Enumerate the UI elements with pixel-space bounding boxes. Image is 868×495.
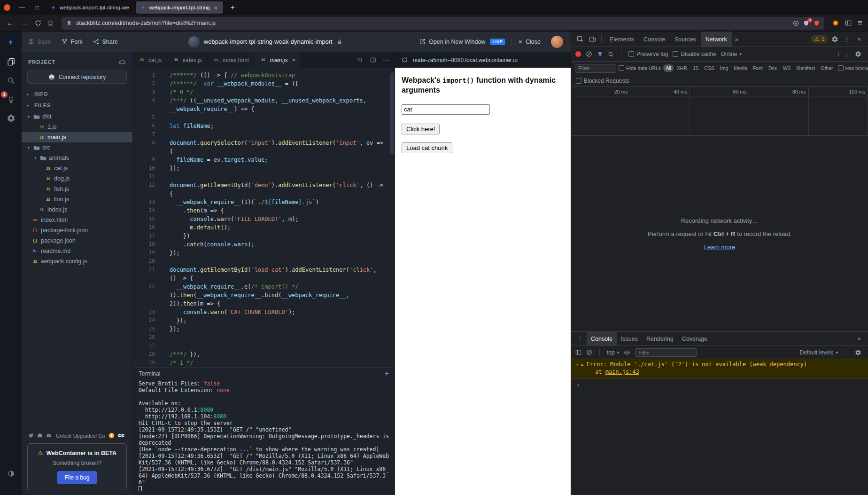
devtools-tab-sources[interactable]: Sources <box>670 31 701 47</box>
new-terminal-button[interactable]: + <box>385 369 389 378</box>
filter-pill-doc[interactable]: Doc <box>766 64 780 72</box>
back-button[interactable]: ← <box>6 19 14 27</box>
tree-file-lion.js[interactable]: JSlion.js <box>22 194 132 204</box>
clear-console-icon[interactable] <box>586 349 592 355</box>
tree-file-1.js[interactable]: JS1.js <box>22 122 132 132</box>
tree-file-cat.js[interactable]: JScat.js <box>22 163 132 173</box>
drawer-close-icon[interactable]: × <box>853 333 865 345</box>
click-here-button[interactable]: Click here! <box>402 124 440 134</box>
search-panel-icon[interactable] <box>0 71 22 90</box>
user-avatar[interactable] <box>551 36 563 48</box>
menu-button[interactable]: ≡ <box>858 18 862 28</box>
load-cat-chunk-button[interactable]: Load cat chunk <box>402 142 452 153</box>
console-tab-coverage[interactable]: Coverage <box>678 332 712 346</box>
disable-cache-checkbox[interactable]: Disable cache <box>673 51 716 57</box>
browser-tab[interactable]: webpack-import-tpl-string-we <box>46 1 134 14</box>
github-social-icon[interactable] <box>37 433 43 439</box>
log-levels-dropdown[interactable]: Default levels▾ <box>799 349 838 356</box>
clear-network-log-icon[interactable] <box>586 51 592 57</box>
devtools-tab-console[interactable]: Console <box>639 31 670 47</box>
upgrades-text[interactable]: Unlock Upgrades! Go <box>56 433 105 439</box>
forward-button[interactable]: → <box>20 19 29 27</box>
devtools-tab-network[interactable]: Network <box>701 31 732 47</box>
console-error-entry[interactable]: ⚠ ▶ Error: Module './cat.js' ('2') is no… <box>571 359 868 378</box>
network-filter-input[interactable] <box>575 64 616 73</box>
sidebar-toggle-icon[interactable] <box>845 20 852 26</box>
discord-icon[interactable] <box>46 433 52 439</box>
filter-pill-other[interactable]: Other <box>818 64 835 72</box>
info-section-toggle[interactable]: ▸INFO <box>22 88 132 100</box>
filter-pill-css[interactable]: CSS <box>702 64 717 72</box>
editor-scrollbar[interactable] <box>390 72 394 155</box>
learn-more-link[interactable]: Learn more <box>704 244 735 251</box>
extension-icon[interactable] <box>832 20 839 26</box>
editor-tab-main.js[interactable]: JSmain.js× <box>254 52 301 68</box>
bookmark-button[interactable] <box>47 20 54 26</box>
page-info-icon[interactable] <box>66 20 72 26</box>
preserve-log-checkbox[interactable]: Preserve log <box>628 51 668 57</box>
devtools-menu-icon[interactable]: ⋮ <box>841 33 852 45</box>
reload-button[interactable] <box>35 20 41 26</box>
more-tabs-icon[interactable]: » <box>733 36 741 43</box>
editor-tab-index.js[interactable]: JSindex.js <box>167 52 208 68</box>
filter-pill-all[interactable]: All <box>663 64 674 72</box>
stackblitz-logo-icon[interactable] <box>7 31 15 52</box>
inspect-element-icon[interactable] <box>574 33 586 45</box>
terminal-body[interactable]: Serve Brotli Files: falseDefault File Ex… <box>133 380 395 495</box>
console-sidebar-icon[interactable] <box>575 349 581 355</box>
tree-folder-dist[interactable]: ▾dist <box>22 111 132 122</box>
format-icon[interactable] <box>357 57 364 63</box>
editor-tab-index.html[interactable]: <>index.html <box>208 52 255 68</box>
tree-file-package-lock.json[interactable]: {}package-lock.json <box>22 225 132 236</box>
preview-url[interactable]: node-za5moh--8080.local.webcontainer.io <box>413 57 518 63</box>
filter-funnel-icon[interactable] <box>597 51 603 57</box>
console-tab-issues[interactable]: Issues <box>617 332 642 346</box>
preview-refresh-icon[interactable] <box>402 57 408 63</box>
window-maximize-icon[interactable]: □ <box>31 4 43 11</box>
files-section-toggle[interactable]: ▾FILES <box>22 100 132 111</box>
file-a-bug-button[interactable]: File a bug <box>57 471 97 484</box>
cloud-download-icon[interactable] <box>119 58 126 65</box>
filter-pill-ws[interactable]: WS <box>781 64 793 72</box>
fork-button[interactable]: Fork <box>62 39 83 45</box>
devtools-tab-elements[interactable]: Elements <box>605 31 639 47</box>
tree-file-fish.js[interactable]: JSfish.js <box>22 184 132 194</box>
device-toolbar-icon[interactable] <box>587 33 598 45</box>
filename-input[interactable] <box>402 104 490 115</box>
console-settings-icon[interactable] <box>852 347 864 358</box>
tree-file-index.html[interactable]: <>index.html <box>22 215 132 225</box>
tree-file-main.js[interactable]: JSmain.js <box>22 132 132 142</box>
editor-tab-cat.js[interactable]: JScat.js <box>133 52 167 68</box>
record-button[interactable] <box>575 51 581 57</box>
throttling-dropdown[interactable]: Online▾ <box>721 51 742 57</box>
more-actions-icon[interactable]: ⋯ <box>383 56 389 64</box>
tab-close-icon[interactable]: × <box>292 56 295 63</box>
network-search-icon[interactable] <box>608 51 614 57</box>
shield-icon[interactable]: 3 <box>803 20 809 26</box>
devtools-close-icon[interactable]: × <box>853 33 865 45</box>
twitter-icon[interactable] <box>28 433 34 439</box>
theme-toggle-icon[interactable] <box>7 470 15 479</box>
has-blocked-cookies-checkbox[interactable]: Has blocked cookies <box>838 65 868 71</box>
expand-icon[interactable]: ▶ <box>581 361 584 369</box>
import-har-icon[interactable]: ↑ <box>837 51 840 58</box>
files-panel-icon[interactable] <box>0 52 22 71</box>
console-filter-input[interactable] <box>635 348 697 357</box>
console-tab-console[interactable]: Console <box>587 332 617 346</box>
settings-panel-icon[interactable] <box>0 109 22 127</box>
issues-badge[interactable]: ⚠1 <box>811 35 828 43</box>
brave-lion-icon[interactable] <box>814 20 820 26</box>
hide-data-urls-checkbox[interactable]: Hide data URLs <box>619 65 661 71</box>
devtools-settings-icon[interactable] <box>829 33 840 45</box>
open-new-window-button[interactable]: Open in New Window <box>419 39 485 45</box>
close-preview-button[interactable]: ×Close <box>519 38 541 46</box>
connect-repository-button[interactable]: Connect repository <box>27 71 127 84</box>
filter-pill-media[interactable]: Media <box>731 64 750 72</box>
network-settings-icon[interactable] <box>852 48 864 60</box>
live-expression-eye-icon[interactable] <box>624 349 630 356</box>
tree-file-webpack.config.js[interactable]: JSwebpack.config.js <box>22 256 132 267</box>
filter-pill-manifest[interactable]: Manifest <box>794 64 818 72</box>
drawer-menu-icon[interactable]: ⋮ <box>574 333 586 345</box>
filter-pill-js[interactable]: JS <box>690 64 701 72</box>
tree-folder-animals[interactable]: ▾animals <box>22 153 132 163</box>
